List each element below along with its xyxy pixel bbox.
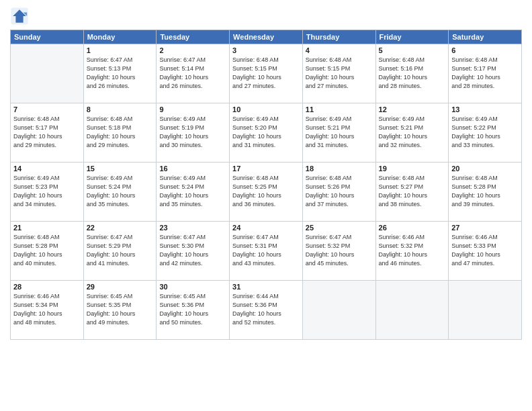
day-number: 12	[379, 105, 446, 113]
day-cell: 17Sunrise: 6:48 AM Sunset: 5:25 PM Dayli…	[230, 163, 303, 222]
day-number: 28	[13, 283, 81, 291]
week-row-2: 14Sunrise: 6:49 AM Sunset: 5:23 PM Dayli…	[11, 163, 522, 222]
day-number: 30	[159, 283, 226, 291]
day-info: Sunrise: 6:46 AM Sunset: 5:32 PM Dayligh…	[379, 233, 446, 268]
day-number: 8	[87, 105, 154, 113]
calendar-body: 1Sunrise: 6:47 AM Sunset: 5:13 PM Daylig…	[11, 44, 522, 340]
weekday-header-tuesday: Tuesday	[157, 30, 230, 44]
day-number: 29	[87, 283, 154, 291]
day-info: Sunrise: 6:49 AM Sunset: 5:19 PM Dayligh…	[159, 115, 226, 150]
day-number: 26	[379, 224, 446, 232]
day-number: 18	[306, 165, 373, 173]
day-info: Sunrise: 6:49 AM Sunset: 5:22 PM Dayligh…	[451, 115, 519, 150]
day-info: Sunrise: 6:49 AM Sunset: 5:24 PM Dayligh…	[87, 174, 154, 209]
day-number: 11	[306, 105, 373, 113]
calendar-header: SundayMondayTuesdayWednesdayThursdayFrid…	[11, 30, 522, 44]
day-cell: 16Sunrise: 6:49 AM Sunset: 5:24 PM Dayli…	[157, 163, 230, 222]
day-cell: 15Sunrise: 6:49 AM Sunset: 5:24 PM Dayli…	[83, 163, 157, 222]
weekday-header-monday: Monday	[83, 30, 157, 44]
day-cell: 13Sunrise: 6:49 AM Sunset: 5:22 PM Dayli…	[449, 103, 522, 163]
day-cell: 5Sunrise: 6:48 AM Sunset: 5:16 PM Daylig…	[375, 44, 449, 103]
day-number: 10	[232, 105, 300, 113]
day-number: 2	[159, 46, 226, 54]
day-number: 16	[159, 165, 226, 173]
day-cell: 20Sunrise: 6:48 AM Sunset: 5:28 PM Dayli…	[449, 163, 522, 222]
day-info: Sunrise: 6:46 AM Sunset: 5:34 PM Dayligh…	[13, 292, 81, 327]
day-info: Sunrise: 6:48 AM Sunset: 5:27 PM Dayligh…	[379, 174, 446, 209]
day-cell	[11, 44, 84, 103]
day-info: Sunrise: 6:45 AM Sunset: 5:36 PM Dayligh…	[159, 292, 226, 327]
day-cell: 26Sunrise: 6:46 AM Sunset: 5:32 PM Dayli…	[375, 222, 449, 281]
day-number: 24	[232, 224, 300, 232]
day-number: 23	[159, 224, 226, 232]
calendar-table: SundayMondayTuesdayWednesdayThursdayFrid…	[10, 30, 522, 340]
day-number: 7	[13, 105, 81, 113]
day-number: 3	[232, 46, 300, 54]
day-info: Sunrise: 6:48 AM Sunset: 5:25 PM Dayligh…	[232, 174, 300, 209]
day-number: 20	[451, 165, 519, 173]
day-number: 6	[451, 46, 519, 54]
day-info: Sunrise: 6:49 AM Sunset: 5:24 PM Dayligh…	[159, 174, 226, 209]
day-info: Sunrise: 6:47 AM Sunset: 5:30 PM Dayligh…	[159, 233, 226, 268]
day-info: Sunrise: 6:44 AM Sunset: 5:36 PM Dayligh…	[232, 292, 300, 327]
day-number: 14	[13, 165, 81, 173]
day-cell	[375, 281, 449, 340]
day-number: 21	[13, 224, 81, 232]
day-cell: 21Sunrise: 6:48 AM Sunset: 5:28 PM Dayli…	[11, 222, 84, 281]
week-row-1: 7Sunrise: 6:48 AM Sunset: 5:17 PM Daylig…	[11, 103, 522, 163]
day-info: Sunrise: 6:47 AM Sunset: 5:14 PM Dayligh…	[159, 56, 226, 91]
day-info: Sunrise: 6:49 AM Sunset: 5:20 PM Dayligh…	[232, 115, 300, 150]
day-cell: 18Sunrise: 6:48 AM Sunset: 5:26 PM Dayli…	[302, 163, 375, 222]
day-info: Sunrise: 6:48 AM Sunset: 5:28 PM Dayligh…	[13, 233, 81, 268]
day-cell: 22Sunrise: 6:47 AM Sunset: 5:29 PM Dayli…	[83, 222, 157, 281]
day-cell: 28Sunrise: 6:46 AM Sunset: 5:34 PM Dayli…	[11, 281, 84, 340]
day-number: 4	[306, 46, 373, 54]
week-row-4: 28Sunrise: 6:46 AM Sunset: 5:34 PM Dayli…	[11, 281, 522, 340]
logo	[10, 7, 32, 26]
day-info: Sunrise: 6:48 AM Sunset: 5:17 PM Dayligh…	[451, 56, 519, 91]
day-cell: 7Sunrise: 6:48 AM Sunset: 5:17 PM Daylig…	[11, 103, 84, 163]
day-number: 31	[232, 283, 300, 291]
day-number: 13	[451, 105, 519, 113]
day-number: 1	[87, 46, 154, 54]
day-cell: 2Sunrise: 6:47 AM Sunset: 5:14 PM Daylig…	[157, 44, 230, 103]
day-info: Sunrise: 6:48 AM Sunset: 5:28 PM Dayligh…	[451, 174, 519, 209]
day-cell: 1Sunrise: 6:47 AM Sunset: 5:13 PM Daylig…	[83, 44, 157, 103]
weekday-row: SundayMondayTuesdayWednesdayThursdayFrid…	[11, 30, 522, 44]
day-cell: 12Sunrise: 6:49 AM Sunset: 5:21 PM Dayli…	[375, 103, 449, 163]
day-number: 15	[87, 165, 154, 173]
day-number: 17	[232, 165, 300, 173]
day-cell: 27Sunrise: 6:46 AM Sunset: 5:33 PM Dayli…	[449, 222, 522, 281]
day-number: 5	[379, 46, 446, 54]
day-info: Sunrise: 6:48 AM Sunset: 5:16 PM Dayligh…	[379, 56, 446, 91]
weekday-header-friday: Friday	[375, 30, 449, 44]
day-cell: 3Sunrise: 6:48 AM Sunset: 5:15 PM Daylig…	[230, 44, 303, 103]
day-cell: 9Sunrise: 6:49 AM Sunset: 5:19 PM Daylig…	[157, 103, 230, 163]
day-info: Sunrise: 6:45 AM Sunset: 5:35 PM Dayligh…	[87, 292, 154, 327]
day-info: Sunrise: 6:48 AM Sunset: 5:15 PM Dayligh…	[306, 56, 373, 91]
day-cell: 10Sunrise: 6:49 AM Sunset: 5:20 PM Dayli…	[230, 103, 303, 163]
weekday-header-sunday: Sunday	[11, 30, 84, 44]
day-cell: 19Sunrise: 6:48 AM Sunset: 5:27 PM Dayli…	[375, 163, 449, 222]
day-cell: 24Sunrise: 6:47 AM Sunset: 5:31 PM Dayli…	[230, 222, 303, 281]
day-info: Sunrise: 6:48 AM Sunset: 5:15 PM Dayligh…	[232, 56, 300, 91]
day-number: 27	[451, 224, 519, 232]
day-info: Sunrise: 6:47 AM Sunset: 5:13 PM Dayligh…	[87, 56, 154, 91]
weekday-header-wednesday: Wednesday	[230, 30, 303, 44]
day-number: 25	[306, 224, 373, 232]
day-info: Sunrise: 6:48 AM Sunset: 5:18 PM Dayligh…	[87, 115, 154, 150]
day-cell	[302, 281, 375, 340]
day-number: 22	[87, 224, 154, 232]
day-info: Sunrise: 6:48 AM Sunset: 5:17 PM Dayligh…	[13, 115, 81, 150]
day-number: 19	[379, 165, 446, 173]
weekday-header-thursday: Thursday	[302, 30, 375, 44]
day-cell: 6Sunrise: 6:48 AM Sunset: 5:17 PM Daylig…	[449, 44, 522, 103]
header	[10, 7, 522, 26]
day-info: Sunrise: 6:49 AM Sunset: 5:21 PM Dayligh…	[306, 115, 373, 150]
day-cell: 4Sunrise: 6:48 AM Sunset: 5:15 PM Daylig…	[302, 44, 375, 103]
logo-icon	[10, 7, 29, 26]
day-info: Sunrise: 6:47 AM Sunset: 5:29 PM Dayligh…	[87, 233, 154, 268]
day-cell: 31Sunrise: 6:44 AM Sunset: 5:36 PM Dayli…	[230, 281, 303, 340]
day-cell: 29Sunrise: 6:45 AM Sunset: 5:35 PM Dayli…	[83, 281, 157, 340]
week-row-0: 1Sunrise: 6:47 AM Sunset: 5:13 PM Daylig…	[11, 44, 522, 103]
